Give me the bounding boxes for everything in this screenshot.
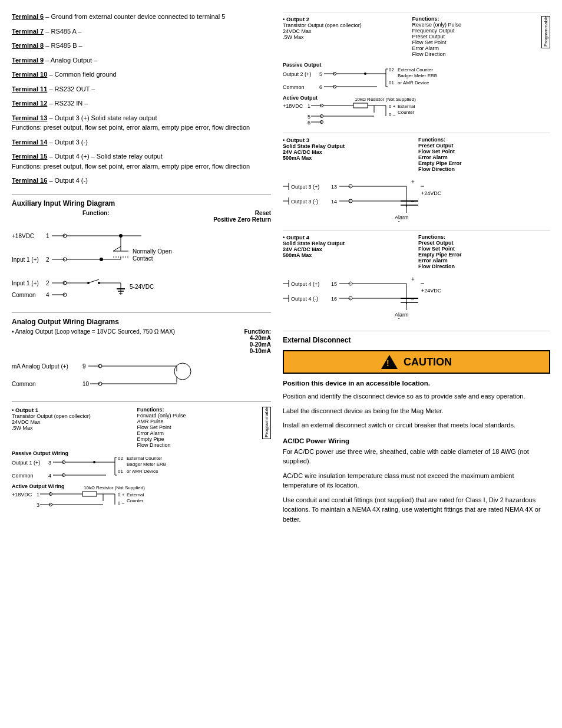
output3-functions-label: Functions: — [418, 137, 445, 143]
svg-point-17 — [100, 258, 103, 261]
svg-text:Badger Meter ERB: Badger Meter ERB — [127, 462, 166, 467]
svg-text:Counter: Counter — [398, 110, 415, 115]
svg-text:6: 6 — [308, 120, 310, 124]
output1-functions-label: Functions: — [137, 407, 164, 413]
aux-input-title: Auxiliary Input Wiring Diagram — [12, 199, 271, 207]
caution-triangle-icon — [381, 355, 398, 369]
terminal-12-entry: Terminal 12 – RS232 IN – — [12, 98, 271, 108]
terminal-8-desc: – RS485 B – — [45, 42, 82, 49]
terminal-6-desc: – Ground from external counter device co… — [45, 13, 225, 20]
terminal-10-label: Terminal 10 — [12, 71, 47, 78]
output1-section: • Output 1 Transistor Output (open colle… — [12, 401, 271, 508]
analog-output-title: Analog Output Wiring Diagrams — [12, 318, 271, 326]
svg-text:13: 13 — [331, 184, 337, 190]
svg-text:10kΩ Resistor (Not Supplied): 10kΩ Resistor (Not Supplied) — [84, 485, 145, 490]
aux-input-wiring-svg: +18VDC 1 Normally Open Contact Input 1 (… — [12, 226, 236, 303]
svg-line-9 — [113, 246, 121, 251]
output3-section: • Output 3 Solid State Relay Output24V A… — [283, 133, 550, 226]
terminal-13-entry: Terminal 13 – Output 3 (+) Solid state r… — [12, 113, 271, 133]
terminal-16-label: Terminal 16 — [12, 177, 47, 184]
terminal-16-desc: – Output 4 (-) — [49, 177, 87, 184]
svg-text:Active Output Wiring: Active Output Wiring — [12, 483, 64, 489]
svg-text:mA Analog Output (+): mA Analog Output (+) — [12, 363, 68, 370]
svg-text:10: 10 — [82, 381, 90, 387]
svg-text:01: 01 — [389, 80, 394, 85]
output1-funcs: Forward (only) PulseAMR PulseFlow Set Po… — [137, 413, 259, 448]
svg-text:Active Output: Active Output — [283, 95, 318, 101]
svg-text:Indicator: Indicator — [392, 220, 412, 222]
aux-function-values: ResetPositive Zero Return — [213, 210, 271, 223]
terminal-12-label: Terminal 12 — [12, 100, 47, 107]
svg-text:16: 16 — [331, 296, 337, 302]
svg-text:Output 1 (+): Output 1 (+) — [12, 460, 40, 466]
terminal-16-entry: Terminal 16 – Output 4 (-) — [12, 176, 271, 186]
output2-section: • Output 2 Transistor Output (open colle… — [283, 12, 550, 129]
svg-text:–: – — [411, 296, 414, 302]
svg-text:3: 3 — [48, 460, 51, 466]
svg-rect-77 — [82, 492, 97, 496]
terminal-9-label: Terminal 9 — [12, 57, 44, 64]
svg-text:Common: Common — [12, 292, 36, 298]
output4-funcs: Preset OutputFlow Set PointEmpty Pipe Er… — [418, 240, 550, 269]
svg-text:15: 15 — [331, 281, 337, 287]
terminal-13-desc: – Output 3 (+) Solid state relay outputF… — [12, 114, 250, 131]
svg-text:Output 4 (+): Output 4 (+) — [291, 281, 319, 287]
terminal-8-label: Terminal 8 — [12, 42, 44, 49]
caution-bold-text: Position this device in an accessible lo… — [283, 380, 550, 387]
terminal-7-desc: – RS485 A – — [45, 28, 81, 35]
external-disconnect-section: External Disconnect CAUTION Position thi… — [283, 331, 550, 524]
terminal-13-label: Terminal 13 — [12, 114, 47, 121]
output2-functions-label: Functions: — [412, 16, 439, 22]
terminal-11-label: Terminal 11 — [12, 85, 47, 93]
output2-prog-label: Programmable — [541, 16, 550, 48]
svg-text:External: External — [398, 104, 415, 109]
aux-input-section: Auxiliary Input Wiring Diagram Function:… — [12, 194, 271, 304]
output3-wiring-svg: Output 3 (+) 13 + +24VDC Output 3 (-) 14 — [283, 174, 483, 222]
svg-text:or AMR Device: or AMR Device — [127, 469, 158, 474]
terminal-15-label: Terminal 15 — [12, 153, 47, 160]
svg-text:10kΩ Resistor (Not Supplied): 10kΩ Resistor (Not Supplied) — [355, 97, 416, 102]
svg-text:1: 1 — [46, 233, 49, 239]
terminal-10-entry: Terminal 10 – Common field ground — [12, 70, 271, 80]
svg-text:2: 2 — [46, 256, 49, 263]
svg-text:+24VDC: +24VDC — [421, 288, 442, 294]
svg-text:0 +: 0 + — [389, 104, 396, 109]
output2-wiring-svg: Passive Output Output 2 (+) 5 02 Externa… — [283, 60, 513, 124]
svg-text:Normally Open: Normally Open — [133, 248, 172, 255]
caution-para2: Label the disconnect device as being for… — [283, 406, 550, 416]
svg-text:Common: Common — [283, 84, 305, 90]
svg-line-26 — [88, 279, 99, 283]
svg-text:Passive Output: Passive Output — [283, 62, 322, 68]
svg-text:External Counter: External Counter — [398, 67, 433, 73]
terminal-14-label: Terminal 14 — [12, 139, 47, 146]
svg-text:0 +: 0 + — [118, 492, 125, 498]
analog-output-wiring-svg: mA Analog Output (+) 9 Common 10 — [12, 357, 224, 392]
svg-text:4: 4 — [48, 473, 51, 479]
output2-funcs: Reverse (only) PulseFrequency OutputPres… — [412, 22, 538, 57]
external-disconnect-title: External Disconnect — [283, 336, 550, 344]
terminal-11-desc: – RS232 OUT – — [49, 85, 95, 93]
terminal-6-entry: Terminal 6 – Ground from external counte… — [12, 12, 271, 22]
acdc-title: AC/DC Power Wiring — [283, 437, 550, 444]
svg-text:Output 4 (-): Output 4 (-) — [291, 296, 318, 302]
aux-function-label: Function: — [82, 210, 110, 223]
terminal-9-entry: Terminal 9 – Analog Output – — [12, 55, 271, 65]
acdc-para1: For AC/DC power use three wire, sheathed… — [283, 447, 550, 466]
svg-text:2: 2 — [46, 280, 49, 286]
terminal-6-label: Terminal 6 — [12, 13, 44, 20]
output3-spec: Solid State Relay Output24V AC/DC Max500… — [283, 143, 415, 161]
output1-spec: Transistor Output (open collector)24VDC … — [12, 413, 134, 431]
terminal-15-entry: Terminal 15 – Output 4 (+) – Solid state… — [12, 151, 271, 171]
output4-wiring-svg: Output 4 (+) 15 + +24VDC Output 4 (-) 16… — [283, 272, 483, 319]
terminal-12-desc: – RS232 IN – — [49, 100, 88, 107]
svg-text:+: + — [411, 276, 415, 282]
analog-spec: • Analog Output (Loop voltage = 18VDC So… — [12, 328, 175, 354]
acdc-para2: AC/DC wire insulation temperature class … — [283, 471, 550, 490]
svg-text:9: 9 — [82, 363, 86, 370]
svg-text:+: + — [411, 179, 415, 185]
svg-text:Input 1 (+): Input 1 (+) — [12, 280, 39, 286]
svg-text:External Counter: External Counter — [127, 456, 162, 461]
output4-spec: Solid State Relay Output24V AC/DC Max500… — [283, 241, 415, 258]
svg-text:Input 1 (+): Input 1 (+) — [12, 256, 39, 263]
svg-text:14: 14 — [331, 199, 337, 205]
